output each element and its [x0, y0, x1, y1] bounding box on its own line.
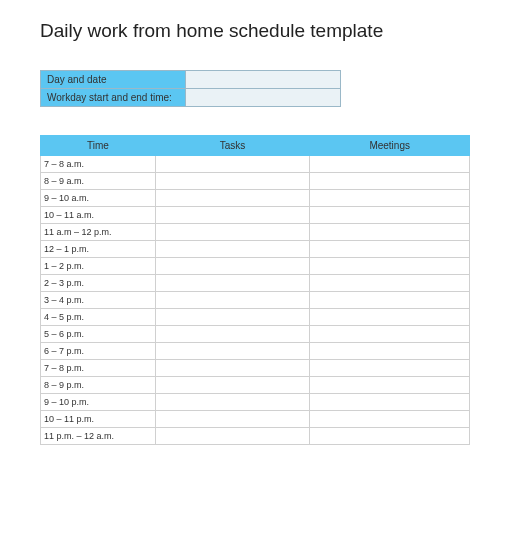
time-cell: 6 – 7 p.m.: [41, 343, 156, 360]
table-row: 8 – 9 p.m.: [41, 377, 470, 394]
column-header-time: Time: [41, 136, 156, 156]
meetings-cell[interactable]: [310, 377, 470, 394]
time-cell: 11 a.m – 12 p.m.: [41, 224, 156, 241]
table-row: 10 – 11 p.m.: [41, 411, 470, 428]
table-row: 9 – 10 p.m.: [41, 394, 470, 411]
table-row: 10 – 11 a.m.: [41, 207, 470, 224]
meetings-cell[interactable]: [310, 207, 470, 224]
schedule-table: Time Tasks Meetings 7 – 8 a.m.8 – 9 a.m.…: [40, 135, 470, 445]
meetings-cell[interactable]: [310, 360, 470, 377]
tasks-cell[interactable]: [155, 156, 310, 173]
info-table: Day and date Workday start and end time:: [40, 70, 341, 107]
table-row: 8 – 9 a.m.: [41, 173, 470, 190]
meetings-cell[interactable]: [310, 173, 470, 190]
tasks-cell[interactable]: [155, 428, 310, 445]
meetings-cell[interactable]: [310, 411, 470, 428]
tasks-cell[interactable]: [155, 394, 310, 411]
meetings-cell[interactable]: [310, 394, 470, 411]
tasks-cell[interactable]: [155, 343, 310, 360]
time-cell: 11 p.m. – 12 a.m.: [41, 428, 156, 445]
meetings-cell[interactable]: [310, 190, 470, 207]
tasks-cell[interactable]: [155, 309, 310, 326]
time-cell: 3 – 4 p.m.: [41, 292, 156, 309]
tasks-cell[interactable]: [155, 190, 310, 207]
day-date-label: Day and date: [41, 71, 186, 89]
time-cell: 9 – 10 a.m.: [41, 190, 156, 207]
column-header-meetings: Meetings: [310, 136, 470, 156]
time-cell: 5 – 6 p.m.: [41, 326, 156, 343]
document-page: Daily work from home schedule template D…: [0, 0, 525, 445]
meetings-cell[interactable]: [310, 241, 470, 258]
time-cell: 10 – 11 a.m.: [41, 207, 156, 224]
time-cell: 2 – 3 p.m.: [41, 275, 156, 292]
tasks-cell[interactable]: [155, 241, 310, 258]
meetings-cell[interactable]: [310, 156, 470, 173]
table-row: 7 – 8 a.m.: [41, 156, 470, 173]
meetings-cell[interactable]: [310, 224, 470, 241]
time-cell: 9 – 10 p.m.: [41, 394, 156, 411]
tasks-cell[interactable]: [155, 292, 310, 309]
time-cell: 12 – 1 p.m.: [41, 241, 156, 258]
time-cell: 7 – 8 p.m.: [41, 360, 156, 377]
meetings-cell[interactable]: [310, 343, 470, 360]
meetings-cell[interactable]: [310, 292, 470, 309]
tasks-cell[interactable]: [155, 224, 310, 241]
table-row: 1 – 2 p.m.: [41, 258, 470, 275]
table-row: 9 – 10 a.m.: [41, 190, 470, 207]
table-row: 11 p.m. – 12 a.m.: [41, 428, 470, 445]
info-row-worktime: Workday start and end time:: [41, 89, 341, 107]
meetings-cell[interactable]: [310, 309, 470, 326]
tasks-cell[interactable]: [155, 411, 310, 428]
column-header-tasks: Tasks: [155, 136, 310, 156]
time-cell: 4 – 5 p.m.: [41, 309, 156, 326]
table-row: 11 a.m – 12 p.m.: [41, 224, 470, 241]
workday-time-value[interactable]: [186, 89, 341, 107]
time-cell: 10 – 11 p.m.: [41, 411, 156, 428]
table-row: 3 – 4 p.m.: [41, 292, 470, 309]
meetings-cell[interactable]: [310, 326, 470, 343]
tasks-cell[interactable]: [155, 377, 310, 394]
time-cell: 7 – 8 a.m.: [41, 156, 156, 173]
time-cell: 1 – 2 p.m.: [41, 258, 156, 275]
table-row: 2 – 3 p.m.: [41, 275, 470, 292]
table-row: 6 – 7 p.m.: [41, 343, 470, 360]
tasks-cell[interactable]: [155, 360, 310, 377]
meetings-cell[interactable]: [310, 275, 470, 292]
tasks-cell[interactable]: [155, 258, 310, 275]
meetings-cell[interactable]: [310, 428, 470, 445]
table-row: 7 – 8 p.m.: [41, 360, 470, 377]
day-date-value[interactable]: [186, 71, 341, 89]
table-row: 5 – 6 p.m.: [41, 326, 470, 343]
table-row: 12 – 1 p.m.: [41, 241, 470, 258]
page-title: Daily work from home schedule template: [40, 20, 525, 42]
tasks-cell[interactable]: [155, 275, 310, 292]
table-row: 4 – 5 p.m.: [41, 309, 470, 326]
schedule-header-row: Time Tasks Meetings: [41, 136, 470, 156]
info-row-day: Day and date: [41, 71, 341, 89]
time-cell: 8 – 9 p.m.: [41, 377, 156, 394]
meetings-cell[interactable]: [310, 258, 470, 275]
tasks-cell[interactable]: [155, 326, 310, 343]
time-cell: 8 – 9 a.m.: [41, 173, 156, 190]
tasks-cell[interactable]: [155, 207, 310, 224]
tasks-cell[interactable]: [155, 173, 310, 190]
workday-time-label: Workday start and end time:: [41, 89, 186, 107]
